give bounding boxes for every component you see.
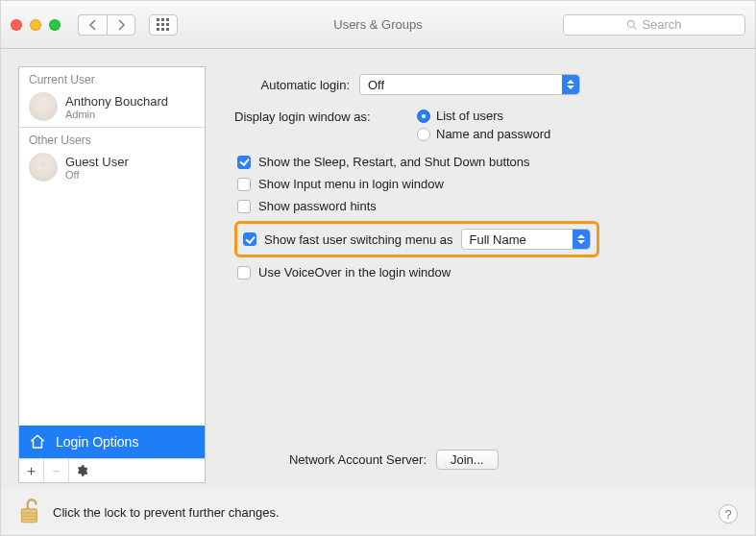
checkbox-indicator	[237, 266, 251, 280]
checkbox-input-menu[interactable]: Show Input menu in login window	[234, 177, 730, 191]
checkbox-label: Show fast user switching menu as	[264, 232, 453, 247]
person-icon	[35, 158, 52, 176]
highlight-fast-user-switching: Show fast user switching menu as Full Na…	[234, 221, 599, 257]
svg-rect-6	[157, 28, 159, 31]
body: Current User Anthony Bouchard Admin Othe…	[1, 49, 755, 489]
prefs-window: Users & Groups Search Current User Antho…	[0, 0, 756, 536]
question-mark-icon: ?	[724, 507, 731, 522]
svg-rect-2	[166, 18, 169, 21]
display-login-label: Display login window as:	[234, 109, 407, 124]
lock-button[interactable]	[18, 497, 43, 528]
display-login-row: Display login window as: List of users N…	[234, 109, 730, 141]
svg-rect-3	[157, 23, 159, 26]
gear-icon	[75, 464, 88, 477]
forward-button[interactable]	[107, 14, 135, 36]
network-account-server-label: Network Account Server:	[234, 452, 427, 467]
avatar	[29, 153, 58, 182]
radio-name-password[interactable]: Name and password	[417, 127, 550, 141]
stepper-icon	[562, 75, 579, 94]
checkbox-indicator	[237, 178, 251, 191]
svg-point-11	[40, 161, 46, 167]
checkbox-password-hints[interactable]: Show password hints	[234, 199, 730, 213]
chevron-left-icon	[88, 19, 98, 31]
close-window-button[interactable]	[11, 19, 22, 31]
avatar	[29, 92, 58, 121]
checkbox-indicator	[237, 200, 251, 213]
main-panel: Automatic login: Off Display login windo…	[219, 66, 738, 483]
checkbox-indicator	[237, 156, 251, 169]
svg-rect-0	[157, 18, 159, 21]
current-user-heading: Current User	[19, 67, 205, 88]
remove-user-button: －	[44, 459, 69, 482]
checkbox-label: Use VoiceOver in the login window	[258, 265, 451, 280]
fast-user-switching-select[interactable]: Full Name	[461, 229, 591, 250]
lock-text: Click the lock to prevent further change…	[53, 505, 280, 520]
checkbox-label: Show the Sleep, Restart, and Shut Down b…	[258, 155, 530, 169]
checkbox-voiceover[interactable]: Use VoiceOver in the login window	[234, 265, 730, 280]
svg-rect-1	[161, 18, 164, 21]
current-user-row[interactable]: Anthony Bouchard Admin	[19, 88, 205, 127]
network-account-server-row: Network Account Server: Join...	[234, 450, 730, 470]
current-user-role: Admin	[65, 109, 168, 120]
minimize-window-button[interactable]	[30, 19, 41, 31]
search-icon	[626, 19, 638, 31]
radio-label: List of users	[436, 109, 503, 123]
other-users-heading: Other Users	[19, 128, 205, 149]
checkbox-fast-user-switching[interactable]: Show fast user switching menu as	[243, 232, 453, 247]
automatic-login-label: Automatic login:	[234, 78, 350, 92]
svg-rect-7	[161, 28, 164, 31]
grid-icon	[157, 18, 170, 32]
show-all-button[interactable]	[149, 14, 178, 36]
checkbox-sleep-restart-shutdown[interactable]: Show the Sleep, Restart, and Shut Down b…	[234, 155, 730, 169]
nav-back-forward	[78, 14, 135, 36]
svg-line-10	[634, 26, 637, 29]
sidebar-footer: ＋ －	[19, 458, 205, 482]
fast-user-switching-value: Full Name	[470, 232, 526, 247]
svg-rect-8	[166, 28, 169, 31]
login-options-label: Login Options	[56, 434, 138, 450]
svg-rect-5	[166, 23, 169, 26]
current-user-name: Anthony Bouchard	[65, 94, 168, 109]
automatic-login-value: Off	[368, 78, 384, 92]
stepper-icon	[573, 230, 590, 249]
checkbox-label: Show password hints	[258, 199, 377, 213]
zoom-window-button[interactable]	[49, 19, 61, 31]
automatic-login-row: Automatic login: Off	[234, 74, 730, 95]
radio-list-of-users[interactable]: List of users	[417, 109, 550, 123]
svg-rect-4	[161, 23, 164, 26]
svg-rect-12	[21, 508, 37, 522]
other-user-role: Off	[65, 169, 129, 181]
checkbox-indicator	[243, 232, 256, 246]
add-user-button[interactable]: ＋	[19, 459, 44, 482]
join-button-label: Join...	[451, 452, 484, 467]
footer: Click the lock to prevent further change…	[1, 489, 755, 535]
search-placeholder: Search	[642, 17, 681, 32]
back-button[interactable]	[78, 14, 107, 36]
help-button[interactable]: ?	[719, 504, 738, 524]
radio-indicator	[417, 128, 430, 141]
radio-indicator	[417, 110, 430, 123]
window-controls	[11, 19, 61, 31]
toolbar: Users & Groups Search	[1, 1, 755, 49]
search-field[interactable]: Search	[563, 14, 745, 36]
automatic-login-select[interactable]: Off	[359, 74, 580, 95]
home-icon	[29, 433, 46, 451]
chevron-right-icon	[116, 19, 126, 31]
svg-point-9	[628, 20, 635, 27]
other-user-name: Guest User	[65, 155, 129, 169]
users-sidebar: Current User Anthony Bouchard Admin Othe…	[18, 66, 206, 483]
unlocked-padlock-icon	[18, 497, 43, 525]
actions-gear-button[interactable]	[69, 459, 94, 482]
join-button[interactable]: Join...	[436, 450, 499, 470]
radio-label: Name and password	[436, 127, 550, 141]
login-options-row[interactable]: Login Options	[19, 426, 205, 458]
other-user-row[interactable]: Guest User Off	[19, 149, 205, 187]
checkbox-label: Show Input menu in login window	[258, 177, 444, 191]
